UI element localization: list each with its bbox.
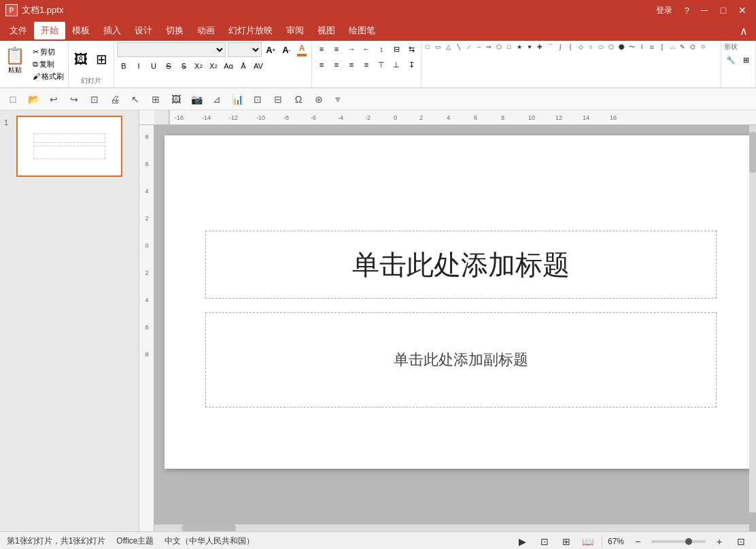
shape-brace[interactable]: { (566, 42, 575, 52)
shape-line1[interactable]: ╲ (453, 42, 463, 52)
columns-button[interactable]: ⊟ (390, 42, 403, 56)
chart-button[interactable]: 📊 (228, 90, 246, 108)
scrollbar-thumb-h[interactable] (182, 525, 236, 531)
special-button[interactable]: ⊛ (310, 90, 328, 108)
play-slideshow-button[interactable]: ▶ (515, 534, 531, 549)
paste-button[interactable]: 📋 粘贴 (1, 44, 29, 78)
undo-button[interactable]: ↩ (45, 90, 63, 108)
close-button[interactable]: ✕ (734, 3, 751, 18)
shape-pentagon[interactable]: ⬠ (494, 42, 504, 52)
menu-view[interactable]: 视图 (311, 22, 342, 39)
format-painter-button[interactable]: 🖌 格式刷 (30, 71, 67, 82)
shape-hexagon[interactable]: ⬡ (606, 42, 616, 52)
symbol-button[interactable]: Ω (290, 90, 307, 108)
maximize-button[interactable]: □ (715, 3, 732, 18)
cursor-button[interactable]: ↖ (126, 90, 144, 108)
print-button[interactable]: 🖨 (106, 90, 124, 108)
menu-animation[interactable]: 动画 (190, 22, 222, 39)
shape-heart[interactable]: ♥ (525, 42, 534, 52)
shape-rect2[interactable]: ▭ (433, 42, 443, 52)
menu-slideshow[interactable]: 幻灯片放映 (222, 22, 279, 39)
underline-button[interactable]: U (147, 59, 160, 73)
menu-transition[interactable]: 切换 (159, 22, 190, 39)
zoom-in-button[interactable]: + (711, 534, 727, 549)
shape-zigzag[interactable]: ⌇ (637, 42, 647, 52)
list-bullet-button[interactable]: ≡ (315, 42, 328, 56)
superscript-button[interactable]: X2 (207, 59, 220, 73)
zoom-slider[interactable] (651, 540, 706, 543)
valign-bottom-button[interactable]: ↧ (405, 58, 418, 71)
shape-line2[interactable]: ⟋ (464, 42, 473, 52)
list-number-button[interactable]: ≡ (330, 42, 343, 56)
view-grid-button[interactable]: ⊞ (558, 534, 574, 549)
subtitle-placeholder[interactable]: 单击此处添加副标题 (205, 312, 717, 407)
new-file-button[interactable]: □ (4, 90, 22, 108)
camera-button[interactable]: 📷 (188, 90, 205, 108)
layout-button[interactable]: ⊞ (92, 50, 111, 69)
help-button[interactable]: ? (681, 4, 693, 17)
view-normal-button[interactable]: ⊡ (536, 534, 553, 549)
italic-button[interactable]: I (132, 59, 145, 73)
shape-more1[interactable]: ⌬ (688, 42, 698, 52)
view-reading-button[interactable]: 📖 (580, 534, 596, 549)
shape-arrow1[interactable]: → (474, 42, 483, 52)
arrange-button[interactable]: 🔧 (724, 53, 738, 67)
shape-circle[interactable]: ○ (586, 42, 596, 52)
subscript-button[interactable]: X2 (192, 59, 205, 73)
shape-diamond[interactable]: ◇ (576, 42, 585, 52)
shape-star[interactable]: ★ (515, 42, 524, 52)
open-file-button[interactable]: 📂 (24, 90, 42, 108)
align-center-button[interactable]: ≡ (330, 58, 343, 71)
textbox-button[interactable]: ⊟ (269, 90, 287, 108)
shape-ellipse[interactable]: ⬭ (596, 42, 606, 52)
fit-window-button[interactable]: ⊡ (733, 534, 749, 549)
justify-button[interactable]: ≡ (360, 58, 373, 71)
new-slide-button[interactable]: 🖼 (71, 50, 90, 69)
zoom-out-button[interactable]: − (630, 534, 646, 549)
image-button[interactable]: 🖼 (167, 90, 185, 108)
shapes-button[interactable]: ⊿ (208, 90, 226, 108)
valign-top-button[interactable]: ⊤ (375, 58, 388, 71)
indent-increase-button[interactable]: → (345, 42, 358, 56)
align-right-button[interactable]: ≡ (345, 58, 358, 71)
font-name-select[interactable] (117, 42, 226, 57)
scrollbar-horizontal[interactable] (154, 525, 749, 531)
view-mode-button[interactable]: ⊡ (86, 90, 103, 108)
bold-button[interactable]: B (117, 59, 131, 73)
menu-design[interactable]: 设计 (128, 22, 159, 39)
title-placeholder[interactable]: 单击此处添加标题 (205, 231, 717, 299)
slide-thumbnail[interactable] (16, 116, 122, 177)
indent-decrease-button[interactable]: ← (360, 42, 373, 56)
direction-button[interactable]: ⇆ (405, 42, 418, 56)
shape-cross[interactable]: ✚ (535, 42, 545, 52)
strikethrough-button[interactable]: S (162, 59, 175, 73)
menu-insert[interactable]: 插入 (97, 22, 128, 39)
strikethrough2-button[interactable]: S̶ (177, 59, 190, 73)
clear-format-button[interactable]: Ā (237, 59, 250, 73)
redo-button[interactable]: ↪ (65, 90, 83, 108)
shape-more2[interactable]: ⌑ (698, 42, 708, 52)
shape-octagon[interactable]: ⯄ (617, 42, 626, 52)
scrollbar-thumb-v[interactable] (749, 132, 756, 173)
menu-home[interactable]: 开始 (34, 22, 65, 39)
scrollbar-vertical[interactable] (749, 125, 756, 512)
menu-drawing[interactable]: 绘图笔 (342, 22, 382, 39)
menu-file[interactable]: 文件 (3, 22, 34, 39)
char-spacing-button[interactable]: AV (252, 59, 265, 73)
shape-callout[interactable]: □ (504, 42, 514, 52)
shape-triangle[interactable]: △ (443, 42, 453, 52)
login-button[interactable]: 登录 (651, 3, 678, 18)
increase-font-button[interactable]: A+ (264, 43, 277, 56)
align-left-button[interactable]: ≡ (315, 58, 328, 71)
shape-wave[interactable]: 〜 (627, 42, 636, 52)
cut-button[interactable]: ✂ 剪切 (30, 46, 67, 58)
font-color-button[interactable]: A (295, 43, 309, 56)
minimize-button[interactable]: ─ (696, 3, 712, 18)
shape-curve2[interactable]: ∫ (555, 42, 565, 52)
shape-arc[interactable]: ⌓ (668, 42, 677, 52)
ribbon-collapse-button[interactable]: ∧ (734, 23, 753, 39)
shape-rect[interactable]: □ (423, 42, 432, 52)
font-size-select[interactable] (228, 42, 262, 57)
shape-freeform[interactable]: ✎ (678, 42, 687, 52)
shape-dbl-rect[interactable]: ⧈ (647, 42, 657, 52)
